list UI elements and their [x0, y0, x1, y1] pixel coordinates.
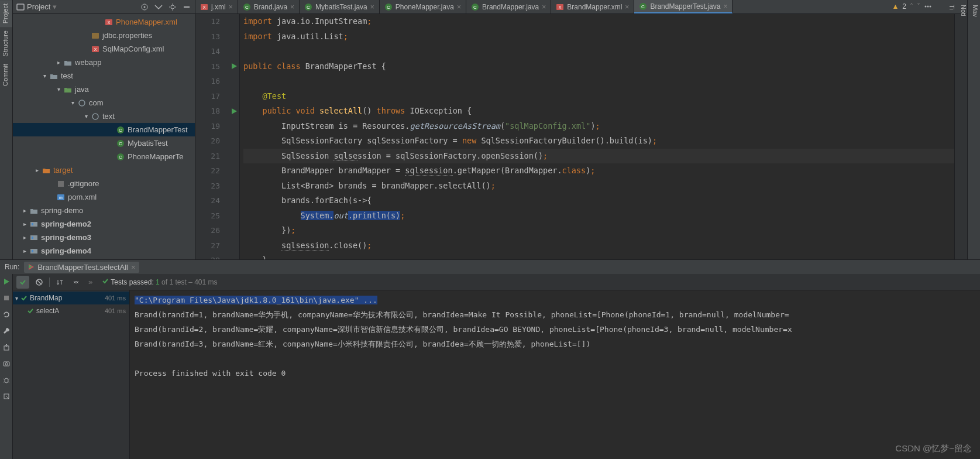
- svg-point-10: [79, 100, 85, 106]
- close-icon[interactable]: ×: [131, 263, 136, 272]
- tree-item[interactable]: ▾java: [13, 83, 195, 96]
- toolwindow-leftbar: Project Structure Commit: [0, 0, 13, 259]
- sidebar-tab-notifications[interactable]: Noti: [959, 2, 968, 19]
- wrench-icon[interactable]: [1, 326, 12, 336]
- editor-tab[interactable]: CMybatisTest.java×: [300, 0, 380, 13]
- tree-item[interactable]: ▸spring-demo3: [13, 231, 195, 244]
- export-icon[interactable]: [1, 342, 12, 352]
- maven-icon: m: [56, 193, 66, 202]
- class-icon: C: [384, 3, 393, 11]
- module-icon: [29, 220, 39, 229]
- svg-text:X: X: [559, 5, 562, 9]
- show-passed-button[interactable]: [16, 276, 29, 289]
- more-icon[interactable]: [924, 2, 932, 11]
- close-icon[interactable]: ×: [723, 2, 727, 11]
- gitignore-icon: [56, 179, 66, 189]
- gutter-icons[interactable]: [228, 14, 240, 259]
- class-icon: C: [116, 139, 125, 148]
- tree-item[interactable]: ▸target: [13, 163, 195, 177]
- bug-icon[interactable]: [1, 375, 12, 385]
- expand-all-button[interactable]: [70, 276, 82, 289]
- editor-tab[interactable]: CBrandMapper.java×: [466, 0, 551, 13]
- tree-item[interactable]: CBrandMapperTest: [13, 123, 195, 136]
- restart-button[interactable]: [1, 309, 12, 320]
- tree-item[interactable]: .gitignore: [13, 177, 195, 190]
- test-tree-item[interactable]: ▾BrandMap401 ms: [13, 292, 129, 304]
- close-icon[interactable]: ×: [370, 3, 374, 11]
- stop-button[interactable]: [1, 293, 12, 303]
- svg-rect-25: [30, 249, 37, 254]
- svg-rect-7: [92, 33, 99, 39]
- exit-icon[interactable]: [1, 391, 12, 402]
- folder-orange-icon: [42, 166, 51, 175]
- run-config-icon: [27, 263, 35, 270]
- show-ignored-button[interactable]: [33, 276, 46, 289]
- xml-icon: X: [104, 18, 114, 27]
- tree-item[interactable]: ▸spring-demo: [13, 204, 195, 217]
- pass-icon: [27, 307, 34, 314]
- rerun-button[interactable]: [1, 276, 12, 287]
- tree-item[interactable]: CPhoneMapperTe: [13, 150, 195, 163]
- editor-tab[interactable]: XBrandMapper.xml×: [551, 0, 634, 13]
- expand-icon[interactable]: [154, 2, 163, 12]
- svg-point-2: [144, 6, 146, 8]
- project-title: Project: [27, 2, 50, 11]
- tree-item[interactable]: jdbc.properties: [13, 29, 195, 42]
- svg-rect-4: [184, 6, 190, 8]
- editor-inspection-status[interactable]: ▲ 2 ˄˅: [892, 2, 932, 11]
- test-tree-item[interactable]: selectA401 ms: [13, 304, 129, 317]
- warning-icon: ▲: [892, 2, 899, 11]
- close-icon[interactable]: ×: [625, 3, 629, 11]
- tree-item[interactable]: CMybatisTest: [13, 136, 195, 150]
- svg-text:C: C: [119, 128, 122, 133]
- close-icon[interactable]: ×: [457, 3, 461, 11]
- code-editor[interactable]: import java.io.InputStream;import java.u…: [240, 14, 954, 259]
- error-stripe[interactable]: [954, 14, 967, 259]
- editor-tab[interactable]: CPhoneMapper.java×: [380, 0, 466, 13]
- tree-item[interactable]: ▾test: [13, 69, 195, 83]
- sidebar-tab-maven[interactable]: Mav: [971, 2, 980, 19]
- project-panel: Project ▾ XPhoneMapper.xmljdbc.propertie…: [13, 0, 195, 259]
- editor-tab[interactable]: Xj.xml×: [195, 0, 238, 13]
- module-icon: [29, 233, 39, 242]
- svg-text:C: C: [307, 5, 310, 10]
- tree-item[interactable]: mpom.xml: [13, 190, 195, 204]
- camera-icon[interactable]: [1, 358, 12, 369]
- sidebar-tab-timeline[interactable]: Ti: [947, 2, 957, 19]
- editor-tab[interactable]: CBrand.java×: [238, 0, 300, 13]
- project-tree[interactable]: XPhoneMapper.xmljdbc.propertiesXSqlMapCo…: [13, 14, 195, 259]
- editor-tabs: Xj.xml×CBrand.java×CMybatisTest.java×CPh…: [195, 0, 967, 14]
- editor-tab[interactable]: CBrandMapperTest.java×: [634, 0, 733, 13]
- tree-item[interactable]: ▸spring-demo4: [13, 244, 195, 258]
- tree-item[interactable]: XPhoneMapper.xml: [13, 15, 195, 29]
- close-icon[interactable]: ×: [229, 3, 233, 11]
- test-tree[interactable]: ▾BrandMap401 msselectA401 ms: [13, 290, 130, 459]
- module-icon: [29, 246, 39, 256]
- svg-point-52: [5, 363, 8, 365]
- locate-icon[interactable]: [140, 2, 149, 12]
- run-config-tab[interactable]: BrandMapperTest.selectAll ×: [24, 262, 139, 273]
- line-number-gutter[interactable]: 1213141516171819202122232425262728: [195, 14, 228, 259]
- tree-item[interactable]: ▾text: [13, 109, 195, 123]
- class-icon: C: [639, 2, 647, 11]
- sidebar-tab-project[interactable]: Project: [0, 0, 12, 27]
- svg-rect-26: [32, 250, 33, 252]
- sort-button[interactable]: [53, 276, 66, 289]
- run-leftbar: [0, 274, 13, 459]
- svg-point-11: [92, 114, 98, 119]
- svg-rect-21: [30, 222, 37, 227]
- svg-rect-49: [4, 296, 9, 300]
- gear-icon[interactable]: [168, 2, 177, 12]
- tree-item[interactable]: XSqlMapConfig.xml: [13, 42, 195, 56]
- tree-item[interactable]: ▸webapp: [13, 56, 195, 69]
- tree-item[interactable]: ▸spring-demo2: [13, 217, 195, 231]
- sidebar-tab-structure[interactable]: Structure: [0, 27, 12, 60]
- svg-marker-44: [232, 63, 237, 69]
- tree-item[interactable]: ▾com: [13, 96, 195, 109]
- console-output[interactable]: "C:\Program Files\Java\jdk1.8.0_161\bin\…: [130, 290, 980, 459]
- hide-icon[interactable]: [182, 2, 191, 12]
- close-icon[interactable]: ×: [542, 3, 546, 11]
- close-icon[interactable]: ×: [290, 3, 294, 11]
- sidebar-tab-commit[interactable]: Commit: [0, 60, 12, 90]
- run-panel: Run: BrandMapperTest.selectAll ×: [0, 259, 980, 459]
